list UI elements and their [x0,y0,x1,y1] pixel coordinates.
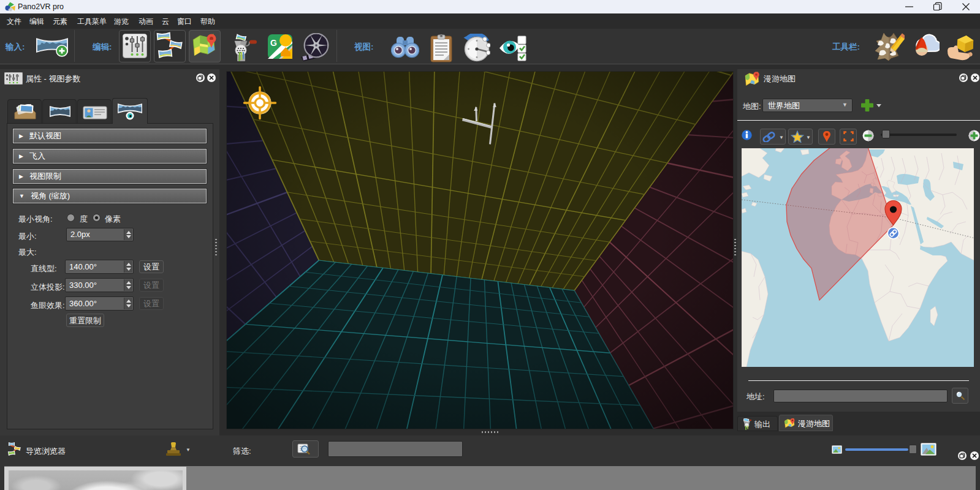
svg-text:G: G [270,38,277,48]
